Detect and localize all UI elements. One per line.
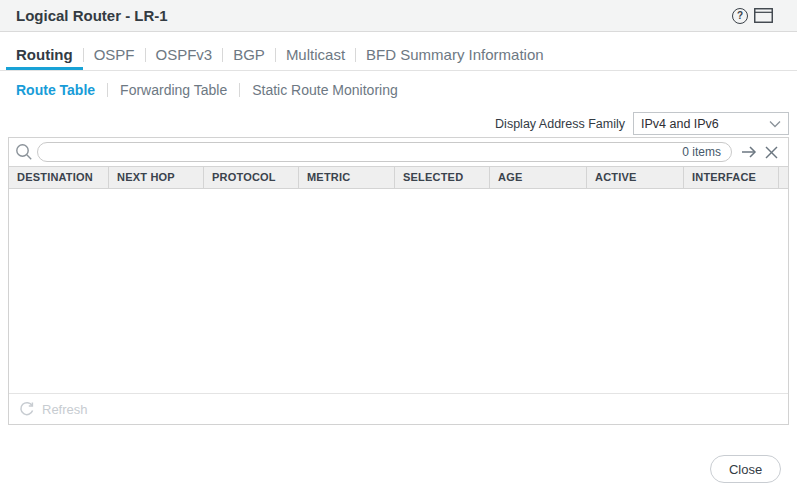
clear-filter-button[interactable] — [760, 141, 782, 163]
table-footer: Refresh — [9, 393, 788, 424]
main-tabbar: Routing OSPF OSPFv3 BGP Multicast BFD Su… — [0, 40, 797, 71]
tab-bfd-summary-information[interactable]: BFD Summary Information — [356, 40, 554, 70]
tab-multicast[interactable]: Multicast — [276, 40, 355, 70]
arrow-right-icon — [741, 145, 758, 159]
column-header-next-hop[interactable]: NEXT HOP — [109, 167, 204, 188]
items-count-badge: 0 items — [682, 145, 721, 159]
dialog-title: Logical Router - LR-1 — [16, 7, 168, 24]
apply-filter-button[interactable] — [738, 141, 760, 163]
address-family-value: IPv4 and IPv6 — [641, 117, 719, 131]
filter-bar: 0 items — [9, 138, 788, 166]
tab-ospf[interactable]: OSPF — [84, 40, 145, 70]
chevron-down-icon — [769, 120, 781, 128]
address-family-row: Display Address Family IPv4 and IPv6 — [495, 112, 789, 135]
tab-routing[interactable]: Routing — [6, 40, 83, 70]
table-body-empty — [9, 189, 788, 393]
search-icon — [15, 143, 33, 161]
subtab-route-table[interactable]: Route Table — [16, 82, 107, 98]
routing-subtabbar: Route Table Forwarding Table Static Rout… — [16, 79, 410, 101]
refresh-button[interactable]: Refresh — [19, 401, 88, 417]
subtab-static-route-monitoring[interactable]: Static Route Monitoring — [240, 82, 410, 98]
column-header-interface[interactable]: INTERFACE — [684, 167, 779, 188]
filter-input-pill[interactable]: 0 items — [37, 142, 732, 162]
close-x-icon — [765, 146, 778, 159]
header-spacer — [779, 167, 788, 188]
column-header-age[interactable]: AGE — [490, 167, 587, 188]
help-icon[interactable]: ? — [732, 8, 748, 24]
table-header-row: DESTINATION NEXT HOP PROTOCOL METRIC SEL… — [9, 166, 788, 189]
subtab-forwarding-table[interactable]: Forwarding Table — [108, 82, 239, 98]
titlebar-icons: ? — [732, 8, 781, 24]
refresh-label: Refresh — [42, 402, 88, 417]
address-family-select[interactable]: IPv4 and IPv6 — [633, 112, 789, 135]
close-button[interactable]: Close — [710, 455, 781, 483]
window-icon[interactable] — [754, 8, 773, 23]
logical-router-dialog: Logical Router - LR-1 ? Routing OSPF OSP… — [0, 0, 797, 493]
dialog-titlebar: Logical Router - LR-1 ? — [0, 0, 797, 32]
column-header-selected[interactable]: SELECTED — [395, 167, 490, 188]
tab-ospfv3[interactable]: OSPFv3 — [146, 40, 223, 70]
help-glyph: ? — [737, 10, 743, 21]
tab-bgp[interactable]: BGP — [223, 40, 275, 70]
address-family-label: Display Address Family — [495, 117, 625, 131]
column-header-destination[interactable]: DESTINATION — [9, 167, 109, 188]
column-header-active[interactable]: ACTIVE — [587, 167, 684, 188]
column-header-protocol[interactable]: PROTOCOL — [204, 167, 299, 188]
column-header-metric[interactable]: METRIC — [299, 167, 395, 188]
filter-input[interactable] — [48, 145, 682, 159]
refresh-icon — [19, 401, 35, 417]
route-table-panel: 0 items DESTINATION NEXT HOP PROTOCOL ME… — [8, 137, 789, 425]
